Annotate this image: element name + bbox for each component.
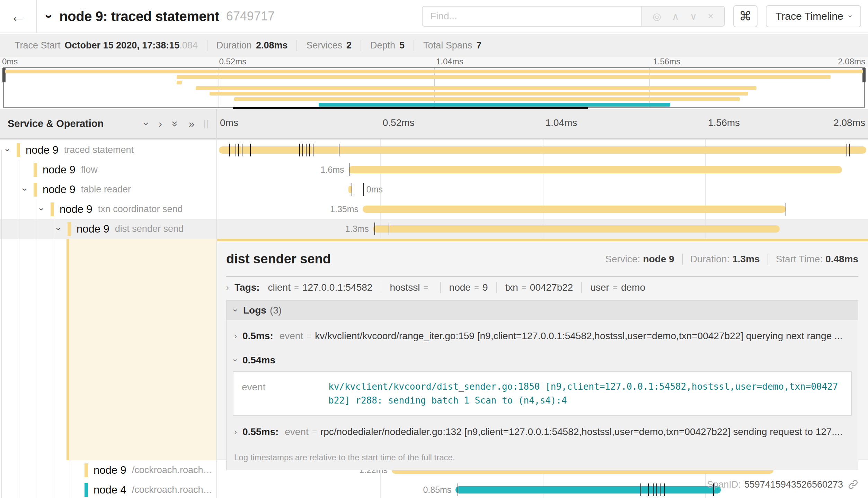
find-box: ◎ ∧ ∨ × xyxy=(422,6,725,27)
span-detail-panel: dist sender sendService:node 9Duration:1… xyxy=(217,239,868,460)
summary-label: Trace Start xyxy=(15,40,61,51)
span-row-timeline[interactable]: 1.3ms xyxy=(217,219,868,239)
summary-value: 2 xyxy=(346,40,352,51)
span-color-chip xyxy=(17,143,20,157)
span-row-timeline[interactable]: 1.6ms xyxy=(217,160,868,180)
span-duration-bar[interactable] xyxy=(373,225,780,233)
log-field-value-mono: kv/kvclient/kvcoord/dist_sender.go:1850 … xyxy=(328,380,843,408)
tag-equals: = xyxy=(424,283,428,292)
service-operation-title: Service & Operation xyxy=(8,118,134,129)
collapse-controls: › › » » xyxy=(134,118,194,130)
logs-header[interactable]: ›Logs(3) xyxy=(227,301,858,320)
log-event-tick xyxy=(313,144,313,156)
log-event-tick xyxy=(374,223,375,235)
trace-id: 6749717 xyxy=(226,9,275,24)
deep-link-icon[interactable] xyxy=(848,479,858,490)
detail-meta-item: Start Time:0.48ms xyxy=(768,254,858,265)
span-duration-label: 1.6ms xyxy=(320,160,344,180)
span-row-service[interactable]: node 9/cockroach.roachpb.I... xyxy=(0,460,216,480)
expand-one-icon[interactable]: › xyxy=(159,118,162,130)
tag-key: client xyxy=(268,282,291,293)
minimap-span-bar xyxy=(234,97,739,101)
column-divider xyxy=(216,109,217,498)
prev-result-icon[interactable]: ∧ xyxy=(672,11,679,22)
span-row-timeline[interactable] xyxy=(217,140,868,160)
log-event-tick xyxy=(349,163,349,176)
span-row-service[interactable]: ›node 9table reader xyxy=(0,180,216,199)
minimap-span-bar xyxy=(177,81,181,84)
span-collapse-chevron-icon[interactable]: › xyxy=(40,204,51,215)
summary-value: October 15 2020, 17:38:15.084 xyxy=(65,40,198,51)
log-entry[interactable]: ›0.5ms:event=kv/kvclient/kvcoord/range_i… xyxy=(227,320,858,350)
log-expand-chevron-icon: › xyxy=(234,427,237,437)
back-button[interactable]: ← xyxy=(0,0,37,33)
collapse-one-icon[interactable]: › xyxy=(141,122,152,126)
clear-search-icon[interactable]: × xyxy=(708,11,713,22)
logs-count: (3) xyxy=(270,305,282,316)
span-tag[interactable]: hostssl= xyxy=(381,282,440,293)
span-service-name: node 9 xyxy=(43,164,76,176)
tree-guide-line xyxy=(53,219,53,498)
span-duration-bar[interactable] xyxy=(219,146,867,154)
minimap-span-bar xyxy=(319,103,670,107)
trace-collapse-chevron-icon[interactable]: › xyxy=(42,14,57,18)
log-event-tick xyxy=(306,144,307,156)
span-row-timeline[interactable]: 1.35ms xyxy=(217,199,868,219)
span-color-chip xyxy=(85,463,88,477)
locate-icon[interactable]: ◎ xyxy=(653,11,661,22)
tag-value: 127.0.0.1:54582 xyxy=(302,282,372,293)
span-tag[interactable]: node=9 xyxy=(440,282,496,293)
minimap-right-grip[interactable] xyxy=(862,68,866,82)
span-color-chip xyxy=(34,183,37,197)
tag-equals: = xyxy=(522,283,526,292)
find-input[interactable] xyxy=(423,7,641,26)
span-duration-bar[interactable] xyxy=(348,166,842,173)
log-timestamp: 0.55ms: xyxy=(242,426,278,437)
span-row-service[interactable]: ›node 9dist sender send xyxy=(0,219,216,239)
span-tag[interactable]: txn=00427b22 xyxy=(496,282,581,293)
span-collapse-chevron-icon[interactable]: › xyxy=(6,145,17,155)
minimap-span-bar xyxy=(5,70,863,73)
span-row-service[interactable]: node 9flow xyxy=(0,160,216,180)
column-resize-handle[interactable]: || xyxy=(203,118,210,129)
span-duration-bar[interactable] xyxy=(363,206,786,213)
span-row-service[interactable]: ›node 9txn coordinator send xyxy=(0,199,216,219)
minimap-left-scrubber[interactable] xyxy=(3,68,4,107)
span-row-service[interactable]: ›node 9traced statement xyxy=(0,140,216,160)
keyboard-shortcuts-button[interactable]: ⌘ xyxy=(733,5,758,27)
span-operation-name: /cockroach.roachpb.I... xyxy=(132,465,216,476)
span-row-timeline[interactable]: 0ms xyxy=(217,180,868,199)
span-collapse-chevron-icon[interactable]: › xyxy=(57,224,68,234)
minimap-graph[interactable] xyxy=(3,67,865,108)
log-entry-expanded-header[interactable]: ›0.54ms xyxy=(227,350,858,371)
span-tag[interactable]: user=demo xyxy=(581,282,654,293)
log-entry[interactable]: ›0.55ms:event=rpc/nodedialer/nodedialer.… xyxy=(227,416,858,446)
tags-expand-chevron-icon[interactable]: › xyxy=(226,283,229,292)
tag-value: demo xyxy=(621,282,645,293)
log-event-tick xyxy=(389,223,389,235)
span-row-service[interactable]: node 4/cockroach.roachpb.I... xyxy=(0,480,216,498)
log-timestamp: 0.5ms: xyxy=(242,331,273,342)
span-tag[interactable]: client=127.0.0.1:54582 xyxy=(268,282,381,293)
minimap-right-scrubber[interactable] xyxy=(864,68,865,107)
logs-block: ›Logs(3)›0.5ms:event=kv/kvclient/kvcoord… xyxy=(226,300,858,470)
span-color-chip xyxy=(68,222,71,236)
expand-all-icon[interactable]: » xyxy=(189,118,195,130)
minimap-tick-label: 0.52ms xyxy=(217,57,247,66)
minimap-tick-label: 1.04ms xyxy=(434,57,463,66)
detail-meta-value: node 9 xyxy=(643,254,674,264)
tag-key: node xyxy=(449,282,471,293)
chevron-down-icon: › xyxy=(845,15,854,17)
top-controls: ◎ ∧ ∨ × ⌘ Trace Timeline › xyxy=(422,5,861,27)
log-event-detail-box: eventkv/kvclient/kvcoord/dist_sender.go:… xyxy=(233,371,852,416)
span-operation-name: flow xyxy=(81,164,98,175)
view-selector-button[interactable]: Trace Timeline › xyxy=(766,5,861,27)
log-event-tick xyxy=(849,144,850,156)
span-collapse-chevron-icon[interactable]: › xyxy=(23,184,34,195)
summary-item: Total Spans7 xyxy=(414,40,490,51)
collapse-all-icon[interactable]: » xyxy=(169,121,181,127)
tags-row[interactable]: ›Tags:client=127.0.0.1:54582hostssl=node… xyxy=(226,277,858,298)
tag-equals: = xyxy=(613,283,618,292)
log-timestamp: 0.54ms xyxy=(242,355,275,366)
next-result-icon[interactable]: ∨ xyxy=(690,11,697,22)
